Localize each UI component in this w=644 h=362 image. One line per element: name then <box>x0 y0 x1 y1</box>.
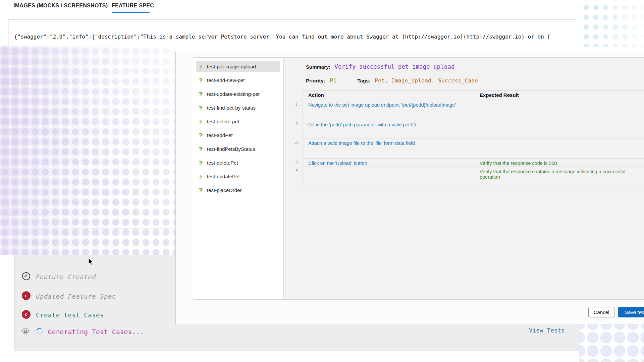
agent-badge-icon: c <box>22 291 31 300</box>
robot-icon <box>21 326 30 336</box>
test-steps-table: Action Expected Result 1. Navigate to th… <box>303 90 644 186</box>
test-cases-dialog: test-pet-image-upload test-add-new-pet t… <box>175 52 644 324</box>
table-row: 3. Attach a valid image file to the 'fil… <box>303 138 644 159</box>
test-case-label: test-add-new-pet <box>207 77 245 83</box>
table-row: 2. Fill in the 'petId' path parameter wi… <box>303 120 644 138</box>
table-row: 1. Navigate to the pet image upload endp… <box>303 100 644 120</box>
test-flag-icon <box>199 106 204 110</box>
row-number: 2. <box>294 121 301 126</box>
row-number: 4. <box>294 160 301 165</box>
timeline-item-updated-feature-spec: Updated Feature Spec <box>36 292 116 301</box>
halftone-pattern-top-right <box>579 0 644 47</box>
table-row: 4. Click on the 'Upload' button Verify t… <box>303 159 644 167</box>
expected-cell: Verify that the response contains a mess… <box>480 169 625 180</box>
test-case-item[interactable]: test-updatePet <box>196 171 280 182</box>
row-number: 5. <box>294 168 301 173</box>
test-case-item[interactable]: test-placeOrder <box>196 185 280 196</box>
test-flag-icon <box>199 119 204 124</box>
test-case-item[interactable]: test-delete-pet <box>196 116 280 127</box>
test-case-label: test-find-pet-by-status <box>207 105 256 111</box>
timeline-item-generating-test-cases: Generating Test Cases... <box>48 327 144 336</box>
action-cell: Navigate to the pet image upload endpoin… <box>308 102 456 108</box>
test-case-item[interactable]: test-update-existing-pet <box>196 88 280 100</box>
test-flag-icon <box>199 161 204 165</box>
test-flag-icon <box>199 78 204 83</box>
test-case-item[interactable]: test-addPet <box>196 130 280 141</box>
loading-spinner-icon <box>36 327 43 335</box>
row-number: 1. <box>294 102 301 107</box>
test-case-item[interactable]: test-findPetsByStatus <box>196 143 280 155</box>
timeline-item-create-test-cases: Create test Cases <box>36 311 104 319</box>
summary-label: Summary: <box>306 64 330 70</box>
app-window: IMAGES (MOCKS / SCREENSHOTS) FEATURE SPE… <box>0 0 644 362</box>
test-case-label: test-update-existing-pet <box>207 91 260 97</box>
view-tests-link[interactable]: View Tests <box>529 327 565 334</box>
action-cell: Fill in the 'petId' path parameter with … <box>308 122 416 127</box>
test-case-label: test-placeOrder <box>207 187 241 193</box>
test-case-label: test-findPetsByStatus <box>207 146 255 152</box>
test-cases-browser: test-pet-image-upload test-add-new-pet t… <box>192 57 644 300</box>
table-row: 5. Verify that the response contains a m… <box>303 167 644 186</box>
test-case-label: test-deletePet <box>207 160 238 166</box>
action-cell: Click on the 'Upload' button <box>308 161 367 166</box>
test-flag-icon <box>199 174 204 179</box>
clock-icon <box>22 272 31 281</box>
test-case-item[interactable]: test-find-pet-by-status <box>196 102 280 113</box>
test-case-item[interactable]: test-deletePet <box>196 157 280 168</box>
feature-spec-text: {"swagger":"2.0","info":{"description":"… <box>14 34 571 40</box>
expected-cell: Verify that the response code is 200 <box>480 161 557 166</box>
tags-value: Pet, Image_Upload, Success_Case <box>375 77 478 84</box>
test-flag-icon <box>199 92 204 97</box>
test-case-item[interactable]: test-pet-image-upload <box>196 61 280 72</box>
priority-value: P1 <box>330 77 337 84</box>
priority-label: Priority: <box>306 78 325 83</box>
row-number: 3. <box>294 140 301 145</box>
test-case-label: test-addPet <box>207 132 233 138</box>
test-flag-icon <box>199 133 204 138</box>
cancel-button[interactable]: Cancel <box>588 307 614 317</box>
test-case-label: test-pet-image-upload <box>207 64 256 69</box>
agent-badge-icon: c <box>22 310 31 319</box>
test-flag-icon <box>199 64 204 69</box>
test-case-label: test-updatePet <box>207 174 240 179</box>
test-case-label: test-delete-pet <box>207 119 239 124</box>
summary-value: Verify successful pet image upload <box>334 63 454 70</box>
column-header-action: Action <box>303 91 474 100</box>
test-case-item[interactable]: test-add-new-pet <box>196 75 280 86</box>
table-header-row: Action Expected Result <box>303 91 644 100</box>
timeline-item-feature-created: Feature Created <box>36 273 96 281</box>
action-cell: Attach a valid image file to the 'file' … <box>308 140 415 146</box>
test-flag-icon <box>199 188 204 193</box>
tags-label: Tags: <box>357 78 370 83</box>
column-header-expected-result: Expected Result <box>474 91 644 100</box>
test-flag-icon <box>199 147 204 152</box>
tab-images-mocks-screenshots[interactable]: IMAGES (MOCKS / SCREENSHOTS) <box>13 3 108 9</box>
divider-line <box>0 246 175 246</box>
test-case-list: test-pet-image-upload test-add-new-pet t… <box>192 58 284 299</box>
save-tests-button[interactable]: Save tests <box>618 307 644 317</box>
tab-feature-spec[interactable]: FEATURE SPEC <box>112 3 154 9</box>
test-case-detail: Summary: Verify successful pet image upl… <box>284 58 644 299</box>
halftone-pattern-bottom-right <box>579 324 644 362</box>
active-tab-underline <box>112 12 150 13</box>
